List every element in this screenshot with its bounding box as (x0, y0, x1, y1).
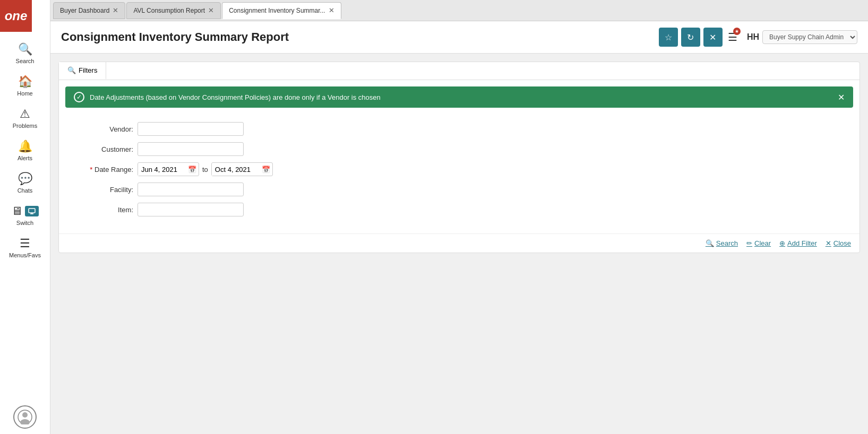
item-input[interactable] (137, 203, 244, 216)
sidebar-item-switch[interactable]: 🖥 Switch (0, 199, 50, 231)
search-button[interactable]: 🔍 Search (706, 239, 738, 247)
customer-row: Customer: (70, 142, 849, 156)
item-row: Item: (70, 203, 849, 216)
page-title: Consignment Inventory Summary Report (61, 30, 654, 44)
date-range-to-text: to (202, 166, 208, 173)
page-header: Consignment Inventory Summary Report ☆ ↻… (50, 21, 868, 54)
tab-consignment-summary[interactable]: Consignment Inventory Summar... ✕ (222, 2, 341, 19)
date-from-calendar-button[interactable]: 📅 (186, 163, 199, 176)
date-from-input[interactable] (138, 163, 186, 176)
alert-banner: ✓ Date Adjustments (based on Vendor Cons… (65, 86, 853, 108)
date-to-input[interactable] (212, 163, 260, 176)
vendor-row: Vendor: (70, 122, 849, 136)
tab-close-consignment-summary[interactable]: ✕ (329, 7, 334, 14)
header-actions: ☆ ↻ ✕ ☰ ★ HH Buyer Suppy Chain Admin (659, 28, 857, 47)
close-icon: ✕ (709, 32, 716, 42)
alert-close-button[interactable]: ✕ (838, 92, 845, 102)
sidebar-bottom (0, 405, 50, 429)
filter-tab-bar: 🔍 Filters (59, 62, 860, 80)
svg-point-4 (22, 412, 28, 418)
menu-icon: ☰ (20, 237, 30, 250)
refresh-icon: ↻ (687, 32, 694, 42)
monitor-icon: 🖥 (11, 204, 23, 218)
clear-button[interactable]: ✏ Clear (746, 239, 771, 247)
filter-actions: 🔍 Search ✏ Clear ⊕ Add Filter ✕ Close (59, 233, 860, 253)
warning-icon: ⚠ (20, 107, 30, 121)
filter-form: Vendor: Customer: Date Range: 📅 to (59, 114, 860, 231)
date-to-calendar-button[interactable]: 📅 (260, 163, 272, 176)
sidebar-item-menus[interactable]: ☰ Menus/Favs (0, 231, 50, 264)
date-range-label: Date Range: (70, 166, 133, 173)
user-avatar[interactable] (13, 405, 37, 429)
date-from-wrap: 📅 (137, 162, 199, 176)
sidebar: one 🔍 Search 🏠 Home ⚠ Problems 🔔 Alerts … (0, 0, 50, 434)
date-range-inputs: 📅 to 📅 (137, 162, 273, 176)
tab-close-buyer-dashboard[interactable]: ✕ (113, 7, 118, 14)
main-content: 🔍 Filters ✓ Date Adjustments (based on V… (50, 54, 868, 434)
filter-tab-filters[interactable]: 🔍 Filters (59, 62, 106, 80)
refresh-button[interactable]: ↻ (681, 28, 700, 47)
close-filter-icon: ✕ (826, 239, 831, 247)
facility-row: Facility: (70, 183, 849, 196)
search-action-icon: 🔍 (706, 239, 714, 247)
user-initials: HH (747, 32, 759, 42)
chat-icon: 💬 (18, 172, 32, 186)
svg-rect-0 (29, 209, 35, 213)
vendor-input[interactable] (137, 122, 244, 136)
customer-label: Customer: (70, 145, 133, 153)
filter-icon: 🔍 (67, 66, 76, 74)
sidebar-item-problems[interactable]: ⚠ Problems (0, 102, 50, 134)
customer-input[interactable] (137, 142, 244, 156)
sidebar-item-alerts[interactable]: 🔔 Alerts (0, 134, 50, 167)
date-range-row: Date Range: 📅 to 📅 (70, 162, 849, 176)
menu-button[interactable]: ☰ ★ (726, 29, 740, 46)
sidebar-item-chats[interactable]: 💬 Chats (0, 167, 50, 199)
filter-panel: 🔍 Filters ✓ Date Adjustments (based on V… (58, 62, 860, 253)
item-label: Item: (70, 206, 133, 214)
close-report-button[interactable]: ✕ (703, 28, 723, 47)
add-icon: ⊕ (779, 239, 785, 247)
app-logo[interactable]: one (0, 0, 32, 32)
menu-badge: ★ (733, 28, 741, 35)
tab-avl-consumption[interactable]: AVL Consumption Report ✕ (126, 2, 221, 19)
home-icon: 🏠 (18, 75, 32, 89)
vendor-label: Vendor: (70, 125, 133, 133)
facility-input[interactable] (137, 183, 244, 196)
tab-close-avl-consumption[interactable]: ✕ (208, 7, 214, 14)
facility-label: Facility: (70, 186, 133, 194)
sidebar-item-home[interactable]: 🏠 Home (0, 70, 50, 102)
clear-icon: ✏ (746, 239, 752, 247)
favorite-button[interactable]: ☆ (659, 28, 678, 47)
main-area: Buyer Dashboard ✕ AVL Consumption Report… (50, 0, 868, 434)
sidebar-item-search[interactable]: 🔍 Search (0, 37, 50, 70)
tab-buyer-dashboard[interactable]: Buyer Dashboard ✕ (53, 2, 125, 19)
close-filter-button[interactable]: ✕ Close (826, 239, 851, 247)
star-icon: ☆ (665, 32, 672, 42)
bell-icon: 🔔 (18, 140, 32, 153)
svg-point-5 (20, 419, 30, 424)
tab-bar: Buyer Dashboard ✕ AVL Consumption Report… (50, 0, 868, 21)
date-to-wrap: 📅 (211, 162, 273, 176)
alert-check-icon: ✓ (74, 92, 84, 102)
add-filter-button[interactable]: ⊕ Add Filter (779, 239, 817, 247)
search-icon: 🔍 (18, 42, 32, 56)
switch-badge-icon (25, 206, 39, 216)
user-role-select[interactable]: Buyer Suppy Chain Admin (762, 30, 857, 44)
